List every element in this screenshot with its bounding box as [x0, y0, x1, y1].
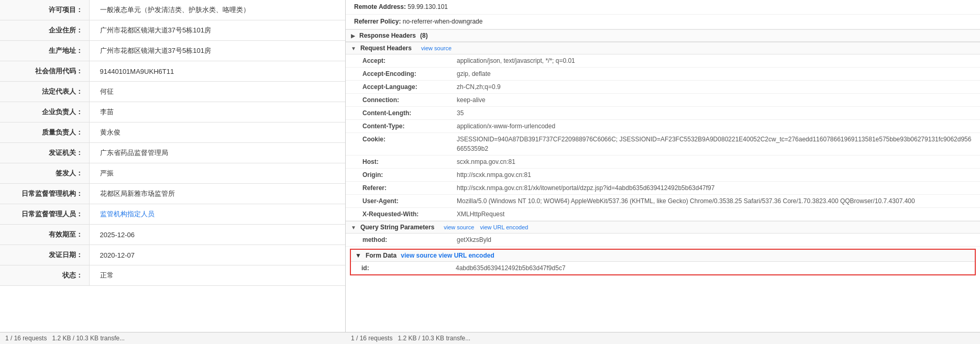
- header-value: XMLHttpRequest: [457, 209, 504, 219]
- row-label: 企业住所：: [0, 20, 89, 41]
- network-requests-count: 1 / 16 requests: [351, 335, 392, 342]
- header-key: Referer:: [362, 183, 457, 193]
- table-row: 企业负责人：李苗: [0, 102, 345, 123]
- row-label: 日常监督管理机构：: [0, 184, 89, 204]
- header-value: Mozilla/5.0 (Windows NT 10.0; WOW64) App…: [457, 196, 915, 206]
- table-row: 生产地址：广州市花都区镜湖大道37号5栋101房: [0, 41, 345, 61]
- form-data-row: id: 4abdb635d639412492b5b63d47f9d5c7: [351, 262, 975, 274]
- row-label: 发证日期：: [0, 245, 89, 265]
- form-data-view-url-encoded[interactable]: view URL encoded: [438, 252, 494, 259]
- header-key: User-Agent:: [362, 196, 457, 206]
- request-headers-label: Request Headers: [360, 45, 412, 52]
- transfer-size: 1.2 KB / 10.3 KB transfe...: [52, 335, 125, 342]
- header-key: Accept:: [362, 56, 457, 65]
- request-header-row: Referer: http://scxk.nmpa.gov.cn:81/xk/i…: [346, 182, 980, 195]
- request-headers-chevron: ▼: [351, 46, 356, 51]
- row-label: 社会信用代码：: [0, 61, 89, 82]
- header-value: keep-alive: [457, 95, 486, 105]
- request-headers-toggle[interactable]: ▼ Request Headers view source: [346, 42, 980, 54]
- row-label: 法定代表人：: [0, 82, 89, 102]
- form-data-links: view source view URL encoded: [401, 252, 494, 259]
- table-row: 日常监督管理机构：花都区局新雅市场监管所: [0, 184, 345, 204]
- row-value: 91440101MA9UKH6T11: [89, 61, 345, 82]
- header-key: Accept-Language:: [362, 82, 457, 92]
- header-value: http://scxk.nmpa.gov.cn:81/xk/itownet/po…: [457, 183, 714, 193]
- table-row: 有效期至：2025-12-06: [0, 225, 345, 245]
- request-header-row: X-Requested-With: XMLHttpRequest: [346, 208, 980, 221]
- form-data-box: ▼ Form Data view source view URL encoded…: [350, 249, 976, 275]
- row-link[interactable]: 监管机构指定人员: [100, 210, 155, 218]
- row-value: 2020-12-07: [89, 245, 345, 265]
- header-key: Content-Length:: [362, 108, 457, 118]
- row-value: 严振: [89, 163, 345, 184]
- row-value: 何征: [89, 82, 345, 102]
- request-header-row: Accept-Encoding: gzip, deflate: [346, 68, 980, 81]
- remote-address-value: 59.99.130.101: [408, 3, 448, 10]
- form-table: 许可项目：一般液态单元（护发清洁类、护肤水类、咯哩类）企业住所：广州市花都区镜湖…: [0, 0, 345, 286]
- param-value: getXkzsByld: [457, 235, 491, 245]
- header-value: http://scxk.nmpa.gov.cn:81: [457, 170, 531, 180]
- request-header-row: Accept-Language: zh-CN,zh;q=0.9: [346, 81, 980, 94]
- requests-count: 1 / 16 requests: [5, 335, 47, 342]
- param-key: method:: [362, 235, 457, 245]
- query-string-view-source[interactable]: view source: [444, 224, 474, 230]
- form-data-view-source[interactable]: view source: [401, 252, 437, 259]
- form-data-header: ▼ Form Data view source view URL encoded: [351, 250, 975, 262]
- table-row: 发证日期：2020-12-07: [0, 245, 345, 265]
- row-label: 企业负责人：: [0, 102, 89, 123]
- request-header-row: User-Agent: Mozilla/5.0 (Windows NT 10.0…: [346, 195, 980, 208]
- network-transfer-size: 1.2 KB / 10.3 KB transfe...: [398, 335, 470, 342]
- row-value: 2025-12-06: [89, 225, 345, 245]
- request-header-row: Accept: application/json, text/javascrip…: [346, 54, 980, 68]
- form-data-chevron: ▼: [355, 252, 361, 259]
- referrer-policy-label: Referrer Policy:: [354, 18, 403, 25]
- header-value: gzip, deflate: [457, 69, 491, 79]
- form-data-label: Form Data: [366, 252, 397, 259]
- request-headers-rows: Accept: application/json, text/javascrip…: [346, 54, 980, 221]
- table-row: 日常监督管理人员：监管机构指定人员: [0, 204, 345, 225]
- row-label: 签发人：: [0, 163, 89, 184]
- header-key: Origin:: [362, 170, 457, 180]
- response-headers-count: (8): [420, 32, 428, 39]
- header-value: JSESSIONID=940A87DB391F737CF220988976C60…: [457, 135, 975, 153]
- right-panel: Remote Address: 59.99.130.101 Referrer P…: [346, 0, 980, 344]
- row-value: 监管机构指定人员: [89, 204, 345, 225]
- request-headers-view-source[interactable]: view source: [421, 45, 452, 51]
- query-string-chevron: ▼: [351, 225, 356, 230]
- header-value: application/json, text/javascript, */*; …: [457, 56, 575, 65]
- request-header-row: Origin: http://scxk.nmpa.gov.cn:81: [346, 169, 980, 182]
- request-headers-links: view source: [421, 45, 456, 51]
- query-string-toggle[interactable]: ▼ Query String Parameters view source vi…: [346, 221, 980, 234]
- row-value: 李苗: [89, 102, 345, 123]
- request-header-row: Connection: keep-alive: [346, 94, 980, 107]
- header-key: X-Requested-With:: [362, 209, 457, 219]
- table-row: 签发人：严振: [0, 163, 345, 184]
- query-param-row: method: getXkzsByld: [346, 234, 980, 247]
- network-bottom-bar: 1 / 16 requests 1.2 KB / 10.3 KB transfe…: [346, 332, 980, 344]
- table-row: 发证机关：广东省药品监督管理局: [0, 143, 345, 163]
- row-value: 花都区局新雅市场监管所: [89, 184, 345, 204]
- row-label: 状态：: [0, 265, 89, 286]
- table-row: 法定代表人：何征: [0, 82, 345, 102]
- remote-address-section: Remote Address: 59.99.130.101: [346, 0, 980, 15]
- row-label: 有效期至：: [0, 225, 89, 245]
- header-value: scxk.nmpa.gov.cn:81: [457, 157, 515, 167]
- referrer-policy-section: Referrer Policy: no-referrer-when-downgr…: [346, 15, 980, 29]
- form-data-rows: id: 4abdb635d639412492b5b63d47f9d5c7: [351, 262, 975, 274]
- row-label: 许可项目：: [0, 0, 89, 20]
- response-headers-toggle[interactable]: ▶ Response Headers (8): [346, 29, 980, 42]
- query-string-view-url-encoded[interactable]: view URL encoded: [480, 224, 528, 230]
- table-row: 许可项目：一般液态单元（护发清洁类、护肤水类、咯哩类）: [0, 0, 345, 20]
- form-param-value: 4abdb635d639412492b5b63d47f9d5c7: [456, 263, 566, 273]
- row-value: 广东省药品监督管理局: [89, 143, 345, 163]
- table-row: 企业住所：广州市花都区镜湖大道37号5栋101房: [0, 20, 345, 41]
- left-panel: 许可项目：一般液态单元（护发清洁类、护肤水类、咯哩类）企业住所：广州市花都区镜湖…: [0, 0, 346, 344]
- remote-address-label: Remote Address:: [354, 3, 408, 10]
- response-headers-chevron: ▶: [351, 33, 355, 39]
- table-row: 状态：正常: [0, 265, 345, 286]
- header-key: Content-Type:: [362, 121, 457, 131]
- request-header-row: Content-Length: 35: [346, 107, 980, 120]
- row-label: 质量负责人：: [0, 123, 89, 143]
- request-header-row: Host: scxk.nmpa.gov.cn:81: [346, 156, 980, 169]
- header-key: Accept-Encoding:: [362, 69, 457, 79]
